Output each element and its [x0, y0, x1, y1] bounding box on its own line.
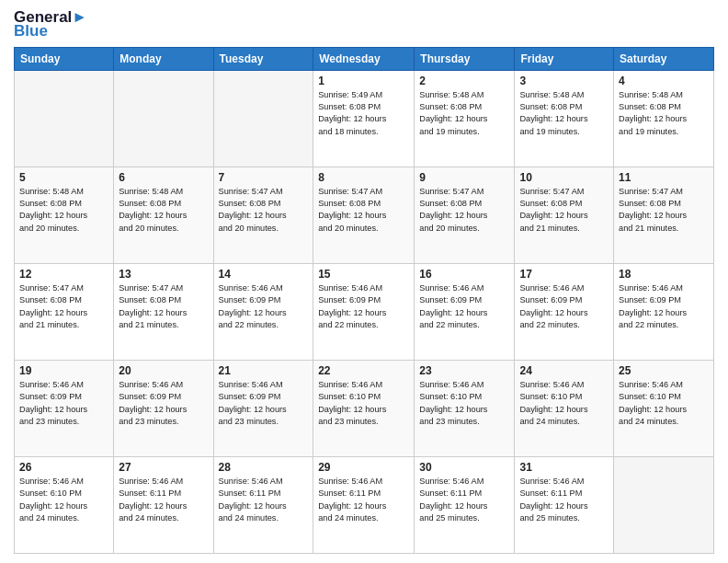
day-number: 1 — [318, 75, 409, 87]
day-number: 10 — [519, 171, 609, 184]
calendar-cell: 16Sunrise: 5:46 AM Sunset: 6:09 PM Dayli… — [415, 263, 515, 360]
header: General► Blue — [14, 9, 714, 40]
day-info: Sunrise: 5:46 AM Sunset: 6:11 PM Dayligh… — [219, 476, 309, 524]
calendar-cell: 4Sunrise: 5:48 AM Sunset: 6:08 PM Daylig… — [614, 70, 714, 167]
day-info: Sunrise: 5:48 AM Sunset: 6:08 PM Dayligh… — [619, 89, 709, 138]
calendar-cell — [114, 70, 213, 167]
day-number: 26 — [19, 461, 108, 474]
weekday-header-tuesday: Tuesday — [213, 47, 313, 70]
calendar-cell: 10Sunrise: 5:47 AM Sunset: 6:08 PM Dayli… — [515, 167, 614, 263]
calendar-cell: 24Sunrise: 5:46 AM Sunset: 6:10 PM Dayli… — [515, 360, 614, 456]
calendar-body: 1Sunrise: 5:49 AM Sunset: 6:08 PM Daylig… — [15, 70, 714, 553]
day-info: Sunrise: 5:46 AM Sunset: 6:10 PM Dayligh… — [19, 476, 108, 524]
calendar-table: SundayMondayTuesdayWednesdayThursdayFrid… — [14, 47, 714, 554]
day-number: 25 — [619, 364, 709, 377]
weekday-header-sunday: Sunday — [15, 47, 114, 70]
page: General► Blue SundayMondayTuesdayWednesd… — [0, 0, 728, 563]
calendar-cell: 7Sunrise: 5:47 AM Sunset: 6:08 PM Daylig… — [213, 167, 313, 263]
calendar-cell: 6Sunrise: 5:48 AM Sunset: 6:08 PM Daylig… — [114, 167, 213, 263]
day-number: 17 — [519, 268, 609, 281]
weekday-header-saturday: Saturday — [614, 47, 714, 70]
day-number: 11 — [619, 171, 709, 184]
day-number: 3 — [519, 75, 609, 87]
weekday-header-monday: Monday — [114, 47, 213, 70]
day-info: Sunrise: 5:46 AM Sunset: 6:11 PM Dayligh… — [419, 476, 509, 524]
weekday-header-friday: Friday — [515, 47, 614, 70]
day-info: Sunrise: 5:46 AM Sunset: 6:10 PM Dayligh… — [619, 379, 709, 428]
day-number: 6 — [119, 171, 208, 184]
calendar-cell: 25Sunrise: 5:46 AM Sunset: 6:10 PM Dayli… — [614, 360, 714, 456]
calendar-cell: 31Sunrise: 5:46 AM Sunset: 6:11 PM Dayli… — [515, 456, 614, 553]
calendar-cell: 9Sunrise: 5:47 AM Sunset: 6:08 PM Daylig… — [415, 167, 515, 263]
calendar-cell: 23Sunrise: 5:46 AM Sunset: 6:10 PM Dayli… — [415, 360, 515, 456]
calendar-cell — [15, 70, 114, 167]
day-number: 19 — [19, 364, 108, 377]
day-number: 24 — [519, 364, 609, 377]
calendar-week-5: 26Sunrise: 5:46 AM Sunset: 6:10 PM Dayli… — [15, 456, 714, 553]
day-number: 20 — [119, 364, 208, 377]
calendar: SundayMondayTuesdayWednesdayThursdayFrid… — [14, 47, 714, 554]
day-info: Sunrise: 5:47 AM Sunset: 6:08 PM Dayligh… — [219, 186, 309, 235]
weekday-header-wednesday: Wednesday — [313, 47, 415, 70]
day-number: 28 — [219, 461, 309, 474]
day-number: 22 — [318, 364, 409, 377]
calendar-cell: 20Sunrise: 5:46 AM Sunset: 6:09 PM Dayli… — [114, 360, 213, 456]
day-info: Sunrise: 5:46 AM Sunset: 6:10 PM Dayligh… — [519, 379, 609, 428]
day-info: Sunrise: 5:46 AM Sunset: 6:11 PM Dayligh… — [318, 476, 409, 524]
day-info: Sunrise: 5:46 AM Sunset: 6:11 PM Dayligh… — [519, 476, 609, 524]
calendar-cell — [213, 70, 313, 167]
day-info: Sunrise: 5:48 AM Sunset: 6:08 PM Dayligh… — [119, 186, 208, 235]
calendar-cell: 11Sunrise: 5:47 AM Sunset: 6:08 PM Dayli… — [614, 167, 714, 263]
day-info: Sunrise: 5:46 AM Sunset: 6:09 PM Dayligh… — [119, 379, 208, 428]
calendar-cell: 14Sunrise: 5:46 AM Sunset: 6:09 PM Dayli… — [213, 263, 313, 360]
day-info: Sunrise: 5:46 AM Sunset: 6:09 PM Dayligh… — [219, 282, 309, 331]
calendar-cell: 22Sunrise: 5:46 AM Sunset: 6:10 PM Dayli… — [313, 360, 415, 456]
calendar-cell: 13Sunrise: 5:47 AM Sunset: 6:08 PM Dayli… — [114, 263, 213, 360]
weekday-header-thursday: Thursday — [415, 47, 515, 70]
calendar-cell: 26Sunrise: 5:46 AM Sunset: 6:10 PM Dayli… — [15, 456, 114, 553]
day-number: 4 — [619, 75, 709, 87]
calendar-cell: 5Sunrise: 5:48 AM Sunset: 6:08 PM Daylig… — [15, 167, 114, 263]
day-number: 18 — [619, 268, 709, 281]
day-number: 23 — [419, 364, 509, 377]
calendar-week-3: 12Sunrise: 5:47 AM Sunset: 6:08 PM Dayli… — [15, 263, 714, 360]
calendar-cell: 17Sunrise: 5:46 AM Sunset: 6:09 PM Dayli… — [515, 263, 614, 360]
day-number: 5 — [19, 171, 108, 184]
calendar-cell: 15Sunrise: 5:46 AM Sunset: 6:09 PM Dayli… — [313, 263, 415, 360]
day-number: 2 — [419, 75, 509, 87]
day-info: Sunrise: 5:46 AM Sunset: 6:09 PM Dayligh… — [19, 379, 108, 428]
day-info: Sunrise: 5:47 AM Sunset: 6:08 PM Dayligh… — [619, 186, 709, 235]
day-info: Sunrise: 5:47 AM Sunset: 6:08 PM Dayligh… — [119, 282, 208, 331]
day-number: 29 — [318, 461, 409, 474]
day-info: Sunrise: 5:46 AM Sunset: 6:09 PM Dayligh… — [519, 282, 609, 331]
day-number: 31 — [519, 461, 609, 474]
calendar-cell — [614, 456, 714, 553]
day-number: 7 — [219, 171, 309, 184]
day-info: Sunrise: 5:46 AM Sunset: 6:10 PM Dayligh… — [419, 379, 509, 428]
day-info: Sunrise: 5:49 AM Sunset: 6:08 PM Dayligh… — [318, 89, 409, 138]
day-info: Sunrise: 5:46 AM Sunset: 6:09 PM Dayligh… — [219, 379, 309, 428]
day-number: 13 — [119, 268, 208, 281]
weekday-header-row: SundayMondayTuesdayWednesdayThursdayFrid… — [15, 47, 714, 70]
calendar-cell: 28Sunrise: 5:46 AM Sunset: 6:11 PM Dayli… — [213, 456, 313, 553]
day-number: 9 — [419, 171, 509, 184]
calendar-cell: 18Sunrise: 5:46 AM Sunset: 6:09 PM Dayli… — [614, 263, 714, 360]
calendar-cell: 29Sunrise: 5:46 AM Sunset: 6:11 PM Dayli… — [313, 456, 415, 553]
calendar-cell: 2Sunrise: 5:48 AM Sunset: 6:08 PM Daylig… — [415, 70, 515, 167]
day-info: Sunrise: 5:48 AM Sunset: 6:08 PM Dayligh… — [19, 186, 108, 235]
logo: General► Blue — [14, 9, 87, 40]
day-info: Sunrise: 5:47 AM Sunset: 6:08 PM Dayligh… — [419, 186, 509, 235]
calendar-cell: 21Sunrise: 5:46 AM Sunset: 6:09 PM Dayli… — [213, 360, 313, 456]
day-info: Sunrise: 5:46 AM Sunset: 6:09 PM Dayligh… — [619, 282, 709, 331]
day-info: Sunrise: 5:46 AM Sunset: 6:10 PM Dayligh… — [318, 379, 409, 428]
day-info: Sunrise: 5:47 AM Sunset: 6:08 PM Dayligh… — [318, 186, 409, 235]
calendar-cell: 3Sunrise: 5:48 AM Sunset: 6:08 PM Daylig… — [515, 70, 614, 167]
calendar-cell: 8Sunrise: 5:47 AM Sunset: 6:08 PM Daylig… — [313, 167, 415, 263]
day-info: Sunrise: 5:46 AM Sunset: 6:11 PM Dayligh… — [119, 476, 208, 524]
day-info: Sunrise: 5:47 AM Sunset: 6:08 PM Dayligh… — [519, 186, 609, 235]
calendar-cell: 27Sunrise: 5:46 AM Sunset: 6:11 PM Dayli… — [114, 456, 213, 553]
day-number: 8 — [318, 171, 409, 184]
day-info: Sunrise: 5:47 AM Sunset: 6:08 PM Dayligh… — [19, 282, 108, 331]
calendar-week-4: 19Sunrise: 5:46 AM Sunset: 6:09 PM Dayli… — [15, 360, 714, 456]
day-number: 15 — [318, 268, 409, 281]
